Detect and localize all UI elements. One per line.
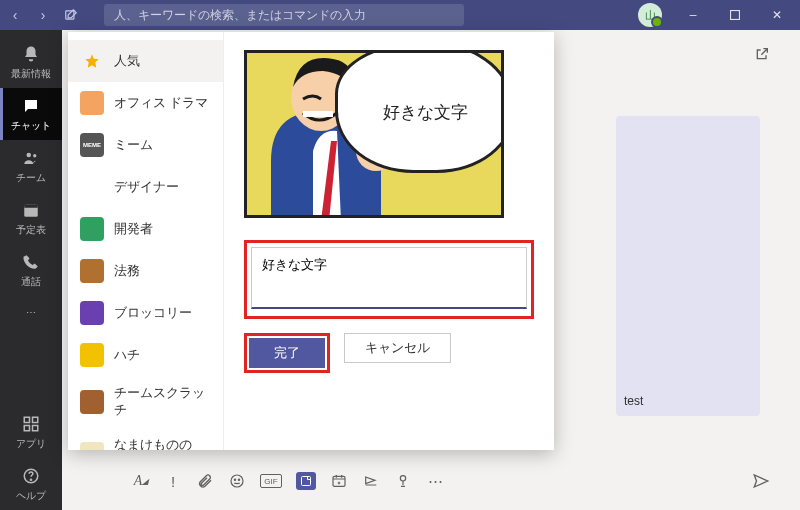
- user-avatar[interactable]: 山: [638, 3, 662, 27]
- svg-rect-7: [33, 417, 38, 422]
- svg-point-3: [33, 154, 36, 157]
- rail-calls[interactable]: 通話: [0, 244, 62, 296]
- sticker-icon[interactable]: [296, 472, 316, 490]
- attach-icon[interactable]: [196, 472, 214, 490]
- close-button[interactable]: ✕: [756, 0, 798, 30]
- sticker-picker: 人気オフィス ドラマMEMEミームデザイナー開発者法務ブロッコリーハチチームスク…: [68, 32, 554, 450]
- popout-button[interactable]: [754, 46, 770, 62]
- category-item[interactable]: デザイナー: [68, 166, 223, 208]
- category-label: デザイナー: [114, 179, 179, 196]
- category-label: ハチ: [114, 347, 140, 364]
- category-label: オフィス ドラマ: [114, 95, 208, 112]
- category-item[interactable]: 開発者: [68, 208, 223, 250]
- cancel-button[interactable]: キャンセル: [344, 333, 451, 363]
- category-label: なまけもののバ...: [114, 437, 211, 450]
- title-bar: ‹ › 人、キーワードの検索、またはコマンドの入力 山 – ✕: [0, 0, 800, 30]
- stream-icon[interactable]: [362, 472, 380, 490]
- category-icon: [80, 91, 104, 115]
- rail-apps[interactable]: アプリ: [0, 406, 62, 458]
- sticker-editor: 好きな文字 完了 キャンセル: [224, 32, 554, 450]
- format-icon[interactable]: A◢: [132, 472, 150, 490]
- sticker-preview: 好きな文字: [244, 50, 504, 218]
- done-highlight: 完了: [244, 333, 330, 373]
- category-item[interactable]: ブロッコリー: [68, 292, 223, 334]
- category-label: 開発者: [114, 221, 153, 238]
- chat-message-text: test: [624, 394, 643, 408]
- gif-icon[interactable]: GIF: [260, 474, 282, 488]
- calendar-icon: [20, 199, 42, 221]
- category-icon: [80, 259, 104, 283]
- svg-point-2: [27, 153, 32, 158]
- category-label: チームスクラッチ: [114, 385, 211, 419]
- rail-teams[interactable]: チーム: [0, 140, 62, 192]
- category-label: ブロッコリー: [114, 305, 192, 322]
- category-item[interactable]: 法務: [68, 250, 223, 292]
- done-button[interactable]: 完了: [249, 338, 325, 368]
- nav-forward-button[interactable]: ›: [30, 2, 56, 28]
- caption-highlight: [244, 240, 534, 319]
- priority-icon[interactable]: !: [164, 472, 182, 490]
- main-area: test 人気オフィス ドラマMEMEミームデザイナー開発者法務ブロッコリーハチ…: [62, 30, 800, 510]
- rail-label: アプリ: [16, 437, 46, 451]
- category-icon: [80, 217, 104, 241]
- category-item[interactable]: 人気: [68, 40, 223, 82]
- search-input[interactable]: 人、キーワードの検索、またはコマンドの入力: [104, 4, 464, 26]
- caption-input[interactable]: [251, 247, 527, 309]
- svg-point-18: [238, 479, 239, 480]
- rail-label: 予定表: [16, 223, 46, 237]
- emoji-icon[interactable]: [228, 472, 246, 490]
- more-icon[interactable]: ⋯: [426, 472, 444, 490]
- help-icon: [20, 465, 42, 487]
- new-message-button[interactable]: [58, 2, 84, 28]
- category-item[interactable]: MEMEミーム: [68, 124, 223, 166]
- svg-rect-9: [33, 426, 38, 431]
- rail-label: 通話: [21, 275, 41, 289]
- rail-label: 最新情報: [11, 67, 51, 81]
- minimize-button[interactable]: –: [672, 0, 714, 30]
- teams-icon: [20, 147, 42, 169]
- svg-point-11: [30, 479, 31, 480]
- composer-toolbar: A◢ ! GIF ⋯: [132, 462, 770, 500]
- svg-point-21: [400, 476, 405, 481]
- category-list: 人気オフィス ドラマMEMEミームデザイナー開発者法務ブロッコリーハチチームスク…: [68, 32, 224, 450]
- app-rail: 最新情報 チャット チーム 予定表 通話 ⋯: [0, 30, 62, 510]
- svg-point-16: [231, 475, 243, 487]
- rail-label: チーム: [16, 171, 46, 185]
- svg-rect-1: [731, 11, 740, 20]
- apps-icon: [20, 413, 42, 435]
- category-icon: [80, 301, 104, 325]
- category-item[interactable]: ハチ: [68, 334, 223, 376]
- rail-help[interactable]: ヘルプ: [0, 458, 62, 510]
- maximize-button[interactable]: [714, 0, 756, 30]
- praise-icon[interactable]: [394, 472, 412, 490]
- bell-icon: [20, 43, 42, 65]
- maximize-icon: [730, 10, 740, 20]
- rail-more[interactable]: ⋯: [0, 296, 62, 328]
- category-label: 法務: [114, 263, 140, 280]
- rail-label: ヘルプ: [16, 489, 46, 503]
- meeting-icon[interactable]: [330, 472, 348, 490]
- category-icon: [80, 390, 104, 414]
- ellipsis-icon: ⋯: [26, 307, 36, 318]
- speech-text: 好きな文字: [383, 101, 468, 124]
- popout-icon: [754, 46, 770, 62]
- svg-rect-6: [24, 417, 29, 422]
- svg-point-17: [234, 479, 235, 480]
- nav-back-button[interactable]: ‹: [2, 2, 28, 28]
- speech-bubble: 好きな文字: [335, 50, 504, 173]
- category-icon: MEME: [80, 133, 104, 157]
- category-label: 人気: [114, 53, 140, 70]
- category-item[interactable]: なまけもののバ...: [68, 428, 223, 450]
- rail-label: チャット: [11, 119, 51, 133]
- rail-chat[interactable]: チャット: [0, 88, 62, 140]
- svg-rect-19: [302, 477, 311, 486]
- rail-calendar[interactable]: 予定表: [0, 192, 62, 244]
- send-button[interactable]: [752, 472, 770, 490]
- category-icon: [80, 49, 104, 73]
- svg-rect-8: [24, 426, 29, 431]
- rail-activity[interactable]: 最新情報: [0, 36, 62, 88]
- category-item[interactable]: チームスクラッチ: [68, 376, 223, 428]
- category-icon: [80, 343, 104, 367]
- category-item[interactable]: オフィス ドラマ: [68, 82, 223, 124]
- category-icon: [80, 442, 104, 450]
